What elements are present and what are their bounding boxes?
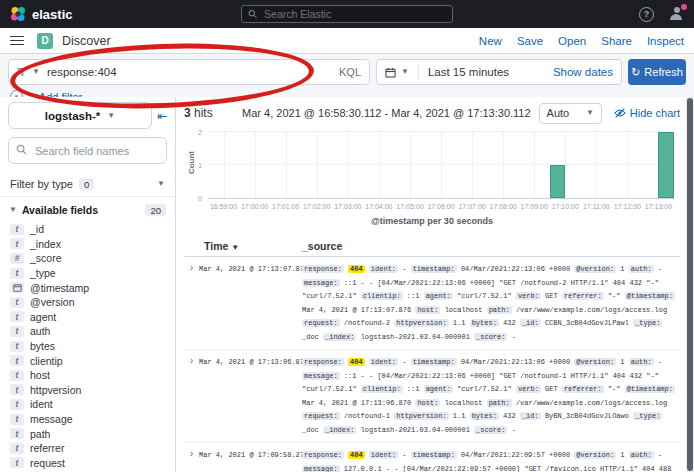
nav-action-new[interactable]: New [479,35,502,47]
x-tick-label: 17:06:00 [427,203,454,210]
sort-desc-icon: ▼ [231,243,239,252]
field-item-host[interactable]: thost [8,368,167,383]
global-search[interactable] [241,5,453,23]
field-name-badge: referrer: [562,385,604,393]
user-avatar[interactable] [670,7,684,21]
collapse-sidebar-icon[interactable]: ⇤ [157,110,167,122]
query-text-input[interactable] [45,65,334,79]
date-picker[interactable]: ▼ Last 15 minutes Show dates [376,59,622,85]
field-item-request[interactable]: trequest [8,456,167,471]
filter-by-type[interactable]: Filter by type 0 ▼ [0,172,175,197]
field-item-timestamp[interactable]: @timestamp [8,280,167,295]
nav-action-share[interactable]: Share [601,35,632,47]
time-range-label[interactable]: Last 15 minutes [428,66,509,78]
text-field-icon: t [10,355,24,366]
eye-slash-icon [614,107,626,119]
column-header-time[interactable]: Time ▼ [184,240,302,252]
field-item-clientip[interactable]: tclientip [8,353,167,368]
field-name-badge: timestamp: [411,358,457,366]
field-item-version[interactable]: t@version [8,295,167,310]
field-item-referrer[interactable]: treferrer [8,441,167,456]
row-source: response: 404 ident: - timestamp: 04/Mar… [302,263,680,344]
field-search-input[interactable] [8,137,167,164]
refresh-icon: ↻ [631,66,640,79]
gridline-horizontal [208,164,674,165]
nav-action-inspect[interactable]: Inspect [647,35,684,47]
query-input[interactable]: ▼ KQL [8,59,370,85]
x-tick-label: 17:13:00 [645,203,672,210]
field-name-badge: message: [302,465,340,472]
field-item-agent[interactable]: tagent [8,310,167,325]
expand-row-icon[interactable]: › [184,449,199,472]
help-icon[interactable]: ? [639,7,654,22]
field-item-path[interactable]: tpath [8,426,167,441]
field-name-badge: timestamp: [411,265,457,273]
field-name-badge: referrer: [562,292,604,300]
field-item-index[interactable]: t_index [8,237,167,252]
field-item-message[interactable]: tmessage [8,412,167,427]
query-language-label[interactable]: KQL [339,66,361,78]
x-tick-label: 17:02:00 [303,203,330,210]
field-item-auth[interactable]: tauth [8,324,167,339]
refresh-button[interactable]: ↻ Refresh [628,59,686,85]
nav-action-save[interactable]: Save [517,35,543,47]
chevron-down-icon: ▼ [157,180,165,188]
divider [418,64,419,80]
app-navbar: D Discover NewSaveOpenShareInspect [0,28,694,54]
nav-action-open[interactable]: Open [558,35,586,47]
field-item-type[interactable]: t_type [8,266,167,281]
gridline-vertical [534,132,535,198]
interval-select[interactable]: Auto ▼ [539,103,602,124]
text-field-icon: t [10,268,24,279]
global-header: elastic ? [0,0,694,28]
field-item-score[interactable]: #_score [8,251,167,266]
number-field-icon: # [10,253,24,264]
histogram-bar[interactable] [550,165,566,198]
menu-icon[interactable] [10,36,24,46]
hide-chart-button[interactable]: Hide chart [614,107,680,119]
gridline-vertical [255,132,256,198]
filter-count-badge: 0 [79,178,94,190]
show-dates-button[interactable]: Show dates [553,66,613,78]
global-search-input[interactable] [262,7,446,21]
row-source: response: 404 ident: - timestamp: 04/Mar… [302,356,680,437]
expand-row-icon[interactable]: › [184,263,199,344]
field-name: auth [30,325,50,337]
field-item-httpversion[interactable]: thttpversion [8,383,167,398]
gridline-vertical [503,132,504,198]
chevron-down-icon[interactable]: ▼ [32,68,40,76]
chevron-down-icon: ▼ [107,112,115,120]
fields-sidebar: logstash-* ▼ ⇤ Filter by type 0 ▼ ▼ Avai… [0,97,176,472]
scrollbar-thumb[interactable] [687,98,693,471]
field-name-badge: @version: [574,358,616,366]
elastic-brand[interactable]: elastic [10,6,72,22]
index-pattern-select[interactable]: logstash-* ▼ [8,102,152,129]
field-name-badge: _score: [474,426,507,434]
discover-app-icon[interactable]: D [37,33,53,49]
y-tick-label: 1 [198,162,202,169]
table-row: ›Mar 4, 2021 @ 17:09:58.278response: 404… [184,443,680,472]
field-name-badge: _index: [323,333,356,341]
field-name: agent [30,311,56,323]
available-fields-header[interactable]: ▼ Available fields 20 [8,197,167,220]
field-item-bytes[interactable]: tbytes [8,339,167,354]
field-name-badge: bytes: [470,319,499,327]
field-name-badge: response: [302,358,344,366]
field-item-ident[interactable]: tident [8,397,167,412]
field-name-badge: path: [487,399,512,407]
saved-query-icon[interactable] [17,67,27,77]
table-row: ›Mar 4, 2021 @ 17:13:06.870response: 404… [184,350,680,443]
field-name: message [30,413,73,425]
x-tick-label: 17:04:00 [365,203,392,210]
table-header: Time ▼ _source [184,236,680,257]
field-name-badge: auth: [629,358,654,366]
date-field-icon [10,282,24,293]
histogram-bar[interactable] [658,132,674,198]
field-item-id[interactable]: t_id [8,222,167,237]
field-name-badge: @timestamp: [625,385,675,393]
expand-row-icon[interactable]: › [184,356,199,437]
gridline-vertical [472,132,473,198]
field-name-badge: message: [302,372,340,380]
text-field-icon: t [10,457,24,468]
row-time: Mar 4, 2021 @ 17:13:07.876 [199,263,302,344]
